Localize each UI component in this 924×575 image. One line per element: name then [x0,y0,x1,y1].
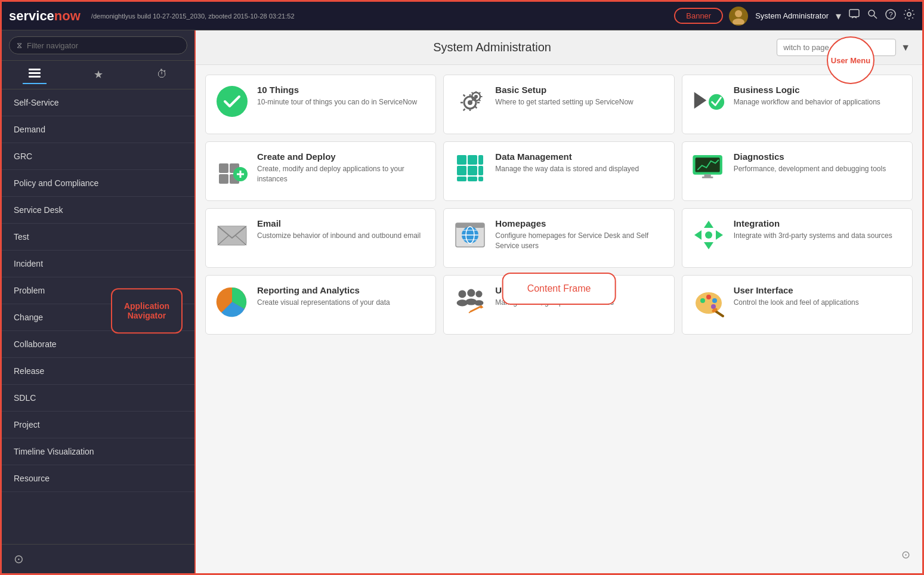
card-desc-business-logic: Manage workflow and behavior of applicat… [734,97,880,107]
chat-icon[interactable] [848,8,860,23]
svg-marker-51 [694,230,702,240]
card-create-deploy[interactable]: Create and Deploy Create, modify and dep… [205,141,436,201]
topbar: servicenow /demonightlyus build 10-27-20… [2,2,922,30]
card-desc-create-deploy: Create, modify and deploy applications t… [257,164,426,184]
sidebar-tab-list[interactable] [23,66,47,84]
card-icon-create-deploy [215,152,249,185]
card-desc-integration: Integrate with 3rd-party systems and dat… [734,231,892,241]
card-business-logic[interactable]: Business Logic Manage workflow and behav… [682,75,913,134]
svg-line-63 [469,312,470,313]
sidebar-item-grc[interactable]: GRC [2,143,194,170]
svg-rect-37 [704,174,710,177]
sidebar-item-collaborate[interactable]: Collaborate [2,331,194,358]
card-diagnostics[interactable]: Diagnostics Performance, development and… [682,141,913,201]
card-icon-business-logic [692,85,725,118]
svg-marker-50 [704,242,713,249]
banner-button[interactable]: Banner [674,8,723,24]
gear-icon[interactable] [903,8,915,23]
card-text-reporting: Reporting and Analytics Create visual re… [257,285,390,308]
svg-marker-17 [694,92,706,109]
card-text-basic-setup: Basic Setup Where to get started setting… [495,85,633,107]
card-reporting[interactable]: Reporting and Analytics Create visual re… [205,275,436,335]
main-area: ⧖ ★ ⏱ Self-Service Demand GRC [2,30,922,573]
sidebar: ⧖ ★ ⏱ Self-Service Demand GRC [2,30,196,573]
card-title-integration: Integration [734,218,892,228]
logo-now-text: now [54,8,81,24]
card-title-create-deploy: Create and Deploy [257,152,426,162]
svg-point-16 [474,95,478,98]
card-desc-10things: 10-minute tour of things you can do in S… [257,97,417,107]
user-menu-tooltip[interactable]: User Menu [827,36,874,84]
logo: servicenow [9,8,81,24]
sidebar-item-self-service[interactable]: Self-Service [2,89,194,116]
filter-nav: ⧖ [2,30,194,61]
collapse-icon[interactable]: ⊙ [14,552,24,565]
sidebar-item-sdlc[interactable]: SDLC [2,385,194,412]
build-info: /demonightlyus build 10-27-2015_2030, zb… [91,13,668,20]
svg-point-67 [712,298,717,303]
svg-rect-27 [468,155,477,165]
sidebar-item-service-desk[interactable]: Service Desk [2,197,194,224]
card-desc-homepages: Configure homepages for Service Desk and… [495,231,664,251]
svg-point-53 [705,231,712,239]
svg-point-59 [476,290,483,297]
card-text-business-logic: Business Logic Manage workflow and behav… [734,85,880,107]
help-icon[interactable]: ? [885,9,896,23]
card-icon-homepages [453,218,487,252]
info-icon[interactable]: ⊙ [901,548,910,561]
svg-point-66 [706,295,711,299]
card-desc-user-interface: Control the look and feel of application… [734,298,859,308]
svg-rect-10 [29,76,41,78]
sidebar-item-test[interactable]: Test [2,224,194,251]
search-icon[interactable] [867,9,878,23]
avatar [729,7,748,26]
card-text-diagnostics: Diagnostics Performance, development and… [734,152,886,174]
card-email[interactable]: Email Customize behavior of inbound and … [205,208,436,268]
sidebar-tab-star[interactable]: ★ [88,66,109,84]
sidebar-bottom: ⊙ [2,544,194,573]
sidebar-item-change[interactable]: Change [2,304,194,331]
card-icon-user-admin [453,285,487,319]
logo-service-text: service [9,8,54,24]
sidebar-item-policy-compliance[interactable]: Policy and Compliance [2,170,194,197]
switch-dropdown-icon[interactable]: ▼ [901,42,910,53]
svg-rect-33 [468,177,477,181]
svg-point-57 [468,289,475,297]
sidebar-item-timeline[interactable]: Timeline Visualization [2,438,194,465]
card-icon-diagnostics [692,152,725,185]
card-integration[interactable]: Integration Integrate with 3rd-party sys… [682,208,913,268]
svg-line-69 [716,311,723,316]
card-desc-data-management: Manage the way data is stored and displa… [495,164,639,174]
card-desc-basic-setup: Where to get started setting up ServiceN… [495,97,633,107]
card-icon-basic-setup [453,85,487,118]
svg-rect-32 [457,177,466,181]
card-title-diagnostics: Diagnostics [734,152,886,162]
svg-rect-2 [849,10,859,17]
svg-rect-38 [702,177,713,178]
svg-line-4 [874,16,877,18]
sidebar-item-demand[interactable]: Demand [2,116,194,143]
svg-marker-52 [716,230,723,240]
sidebar-item-project[interactable]: Project [2,412,194,438]
sidebar-tab-history[interactable]: ⏱ [151,66,174,84]
card-basic-setup[interactable]: Basic Setup Where to get started setting… [443,75,674,134]
card-10things[interactable]: 10 Things 10-minute tour of things you c… [205,75,436,134]
filter-input[interactable] [27,41,180,50]
sidebar-item-problem[interactable]: Problem [2,277,194,304]
user-name[interactable]: System Administrator [755,11,829,20]
card-title-data-management: Data Management [495,152,639,162]
svg-point-7 [907,13,911,16]
card-icon-user-interface [692,285,725,319]
sidebar-item-incident[interactable]: Incident [2,251,194,277]
svg-rect-29 [457,166,466,175]
card-icon-integration [692,218,725,252]
filter-input-wrap[interactable]: ⧖ [9,36,187,54]
card-title-homepages: Homepages [495,218,664,228]
dropdown-arrow-icon[interactable]: ▾ [836,10,841,23]
card-homepages[interactable]: Homepages Configure homepages for Servic… [443,208,674,268]
card-desc-reporting: Create visual representations of your da… [257,298,390,308]
sidebar-item-resource[interactable]: Resource [2,465,194,492]
sidebar-item-release[interactable]: Release [2,358,194,385]
card-data-management[interactable]: Data Management Manage the way data is s… [443,141,674,201]
card-user-interface[interactable]: User Interface Control the look and feel… [682,275,913,335]
